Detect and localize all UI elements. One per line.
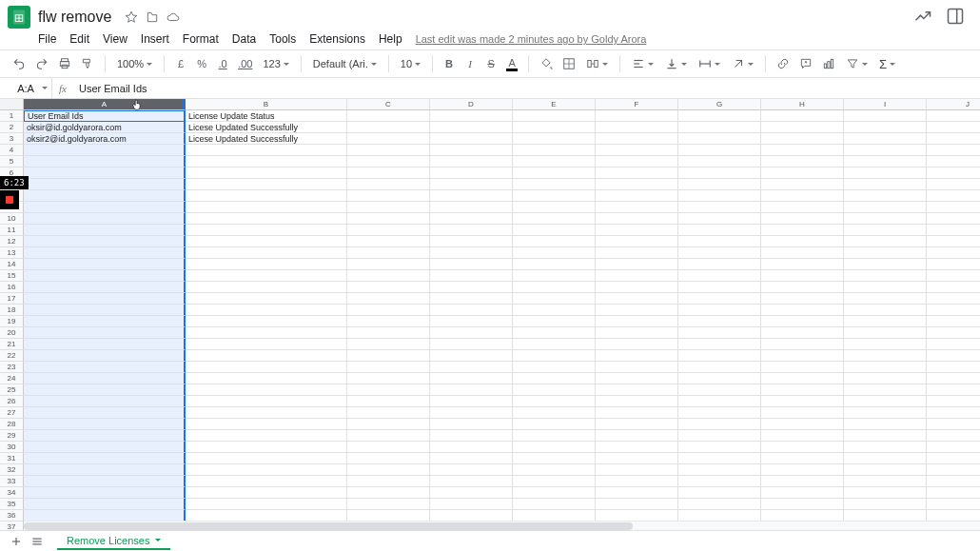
cell[interactable] <box>927 464 980 476</box>
cell[interactable] <box>844 247 927 259</box>
row-header[interactable]: 32 <box>0 464 24 476</box>
cell[interactable] <box>347 190 430 202</box>
row-header[interactable]: 3 <box>0 133 24 145</box>
cell[interactable] <box>24 442 186 453</box>
cell[interactable] <box>430 407 513 419</box>
cell[interactable]: Licese Updated Successfully <box>186 122 347 133</box>
row-header[interactable]: 36 <box>0 510 24 521</box>
row-header[interactable]: 33 <box>0 476 24 487</box>
cell[interactable] <box>347 122 430 133</box>
cell[interactable] <box>430 350 513 362</box>
bold-button[interactable]: B <box>441 53 458 74</box>
cell[interactable] <box>678 282 761 293</box>
cell[interactable] <box>513 487 596 499</box>
cell[interactable] <box>186 259 347 270</box>
cell[interactable] <box>678 179 761 190</box>
cell[interactable] <box>347 384 430 396</box>
last-edit-link[interactable]: Last edit was made 2 minutes ago by Gold… <box>416 33 647 45</box>
cell[interactable] <box>678 430 761 442</box>
cell[interactable] <box>927 213 980 225</box>
cell[interactable] <box>761 190 844 202</box>
cell[interactable] <box>186 156 347 167</box>
cell[interactable] <box>513 316 596 327</box>
row-header[interactable]: 11 <box>0 225 24 236</box>
cell[interactable] <box>24 293 186 305</box>
cell[interactable] <box>24 259 186 270</box>
row-header[interactable]: 26 <box>0 396 24 407</box>
cell[interactable] <box>761 282 844 293</box>
cell[interactable] <box>761 384 844 396</box>
cell[interactable] <box>430 327 513 339</box>
cell[interactable] <box>186 167 347 179</box>
row-header[interactable]: 14 <box>0 259 24 270</box>
cell[interactable] <box>430 133 513 145</box>
cell[interactable] <box>927 259 980 270</box>
col-header-C[interactable]: C <box>347 99 430 110</box>
cell[interactable] <box>24 373 186 384</box>
cell[interactable] <box>761 373 844 384</box>
cell[interactable] <box>927 499 980 510</box>
menu-file[interactable]: File <box>38 32 56 46</box>
col-header-A[interactable]: A <box>24 99 186 110</box>
cell[interactable] <box>186 396 347 407</box>
cell[interactable] <box>678 476 761 487</box>
row-header[interactable]: 16 <box>0 282 24 293</box>
cell[interactable] <box>927 396 980 407</box>
cell[interactable] <box>927 133 980 145</box>
cell[interactable] <box>430 122 513 133</box>
cell[interactable] <box>347 453 430 464</box>
cell[interactable] <box>596 167 678 179</box>
cell[interactable] <box>186 247 347 259</box>
cell[interactable] <box>347 499 430 510</box>
cell[interactable] <box>678 350 761 362</box>
cell[interactable] <box>186 145 347 156</box>
cell[interactable] <box>186 453 347 464</box>
cell[interactable] <box>430 453 513 464</box>
undo-icon[interactable] <box>10 53 29 74</box>
cell[interactable] <box>761 259 844 270</box>
cell[interactable] <box>678 316 761 327</box>
cell[interactable] <box>513 133 596 145</box>
cell[interactable] <box>844 282 927 293</box>
cell[interactable] <box>513 145 596 156</box>
cell[interactable] <box>347 270 430 282</box>
cell[interactable] <box>844 350 927 362</box>
cell[interactable] <box>24 202 186 213</box>
cell[interactable] <box>24 213 186 225</box>
cell[interactable] <box>678 499 761 510</box>
cell[interactable] <box>844 259 927 270</box>
cell[interactable] <box>596 316 678 327</box>
cell[interactable] <box>186 202 347 213</box>
cell[interactable] <box>24 179 186 190</box>
cell[interactable] <box>24 476 186 487</box>
cell[interactable] <box>513 430 596 442</box>
activity-icon[interactable] <box>913 7 932 28</box>
cell[interactable] <box>844 362 927 373</box>
row-header[interactable]: 5 <box>0 156 24 167</box>
cell[interactable] <box>844 236 927 247</box>
row-header[interactable]: 21 <box>0 339 24 350</box>
cell[interactable] <box>430 476 513 487</box>
cell[interactable] <box>430 156 513 167</box>
cell[interactable] <box>24 407 186 419</box>
redo-icon[interactable] <box>32 53 51 74</box>
cell[interactable] <box>844 396 927 407</box>
cell[interactable]: License Update Status <box>186 110 347 122</box>
cell[interactable]: oksir@id.goldyarora.com <box>24 122 186 133</box>
cell[interactable] <box>513 270 596 282</box>
cell[interactable] <box>596 339 678 350</box>
cell[interactable] <box>347 247 430 259</box>
cell[interactable] <box>596 110 678 122</box>
link-icon[interactable] <box>774 53 793 74</box>
cell[interactable] <box>430 384 513 396</box>
wrap-button[interactable] <box>695 53 724 74</box>
cell[interactable] <box>24 305 186 316</box>
more-formats-button[interactable]: 123 <box>259 53 292 74</box>
cell[interactable] <box>24 145 186 156</box>
cell[interactable] <box>761 419 844 430</box>
col-header-I[interactable]: I <box>844 99 927 110</box>
add-sheet-button[interactable] <box>6 533 27 550</box>
cell[interactable] <box>24 487 186 499</box>
cell[interactable] <box>24 167 186 179</box>
cell[interactable] <box>678 373 761 384</box>
